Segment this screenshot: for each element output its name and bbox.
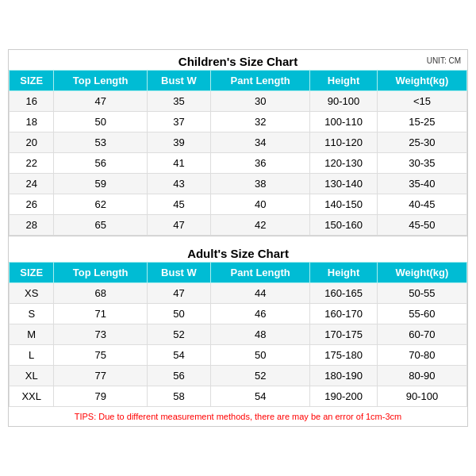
adult-title-text: Adult's Size Chart — [187, 247, 289, 260]
table-cell: XS — [10, 283, 54, 304]
table-cell: 43 — [147, 174, 210, 194]
table-cell: L — [10, 345, 54, 366]
adult-col-top-length: Top Length — [54, 263, 147, 283]
table-cell: 75 — [54, 345, 147, 366]
table-cell: 50 — [54, 112, 147, 132]
table-cell: 56 — [54, 153, 147, 174]
table-row: 24594338130-14035-40 — [10, 174, 467, 194]
table-cell: 160-165 — [310, 283, 378, 304]
table-cell: <15 — [377, 91, 466, 112]
tips-text: TIPS: Due to different measurement metho… — [9, 407, 467, 426]
table-row: 28654742150-16045-50 — [10, 215, 467, 236]
table-cell: 34 — [211, 132, 310, 153]
table-cell: 70-80 — [377, 345, 466, 366]
table-cell: 59 — [54, 174, 147, 194]
table-cell: 15-25 — [377, 112, 466, 132]
table-row: 26624540140-15040-45 — [10, 194, 467, 215]
table-cell: 77 — [54, 366, 147, 386]
table-cell: 52 — [211, 366, 310, 386]
table-cell: 26 — [10, 194, 54, 215]
table-cell: 45 — [147, 194, 210, 215]
adult-col-weight: Weight(kg) — [377, 263, 466, 283]
table-cell: 65 — [54, 215, 147, 236]
table-cell: 18 — [10, 112, 54, 132]
table-cell: 25-30 — [377, 132, 466, 153]
table-cell: 190-200 — [310, 386, 378, 407]
table-row: 20533934110-12025-30 — [10, 132, 467, 153]
table-cell: 160-170 — [310, 304, 378, 324]
table-cell: 110-120 — [310, 132, 378, 153]
table-cell: 38 — [211, 174, 310, 194]
table-cell: S — [10, 304, 54, 324]
table-cell: 180-190 — [310, 366, 378, 386]
table-cell: 50-55 — [377, 283, 466, 304]
table-row: S715046160-17055-60 — [10, 304, 467, 324]
table-cell: 48 — [211, 324, 310, 345]
children-col-pant-length: Pant Length — [211, 71, 310, 91]
section-divider — [9, 236, 467, 242]
children-header-row: SIZE Top Length Bust W Pant Length Heigh… — [10, 71, 467, 91]
table-cell: 175-180 — [310, 345, 378, 366]
table-cell: 37 — [147, 112, 210, 132]
table-cell: M — [10, 324, 54, 345]
adult-col-pant-length: Pant Length — [211, 263, 310, 283]
table-cell: 35-40 — [377, 174, 466, 194]
table-cell: 90-100 — [310, 91, 378, 112]
table-cell: 56 — [147, 366, 210, 386]
children-title-text: Children's Size Chart — [178, 55, 298, 68]
table-cell: 79 — [54, 386, 147, 407]
table-row: L755450175-18070-80 — [10, 345, 467, 366]
table-cell: 120-130 — [310, 153, 378, 174]
table-cell: 100-110 — [310, 112, 378, 132]
table-cell: 47 — [54, 91, 147, 112]
table-cell: 39 — [147, 132, 210, 153]
table-row: XXL795854190-20090-100 — [10, 386, 467, 407]
children-section-title: Children's Size Chart UNIT: CM — [9, 50, 467, 70]
table-cell: 80-90 — [377, 366, 466, 386]
adult-header-row: SIZE Top Length Bust W Pant Length Heigh… — [10, 263, 467, 283]
table-cell: 50 — [211, 345, 310, 366]
table-cell: 45-50 — [377, 215, 466, 236]
table-row: 18503732100-11015-25 — [10, 112, 467, 132]
children-col-size: SIZE — [10, 71, 54, 91]
table-cell: 130-140 — [310, 174, 378, 194]
table-cell: 47 — [147, 283, 210, 304]
adult-col-size: SIZE — [10, 263, 54, 283]
table-cell: 20 — [10, 132, 54, 153]
adult-section-title: Adult's Size Chart — [9, 242, 467, 262]
table-cell: 50 — [147, 304, 210, 324]
table-cell: 58 — [147, 386, 210, 407]
table-cell: 40-45 — [377, 194, 466, 215]
table-cell: 71 — [54, 304, 147, 324]
table-cell: 90-100 — [377, 386, 466, 407]
table-cell: 32 — [211, 112, 310, 132]
table-cell: 170-175 — [310, 324, 378, 345]
adult-size-table: SIZE Top Length Bust W Pant Length Heigh… — [9, 262, 467, 407]
table-row: 22564136120-13030-35 — [10, 153, 467, 174]
table-cell: 35 — [147, 91, 210, 112]
table-cell: 73 — [54, 324, 147, 345]
table-cell: 68 — [54, 283, 147, 304]
adult-col-height: Height — [310, 263, 378, 283]
children-col-top-length: Top Length — [54, 71, 147, 91]
table-cell: XXL — [10, 386, 54, 407]
table-cell: 140-150 — [310, 194, 378, 215]
table-row: XS684744160-16550-55 — [10, 283, 467, 304]
table-cell: 41 — [147, 153, 210, 174]
table-cell: 46 — [211, 304, 310, 324]
children-col-bust-w: Bust W — [147, 71, 210, 91]
table-cell: 22 — [10, 153, 54, 174]
size-chart-container: Children's Size Chart UNIT: CM SIZE Top … — [8, 49, 468, 427]
table-row: 1647353090-100<15 — [10, 91, 467, 112]
table-cell: 24 — [10, 174, 54, 194]
table-cell: 30-35 — [377, 153, 466, 174]
table-cell: 52 — [147, 324, 210, 345]
table-cell: 55-60 — [377, 304, 466, 324]
table-cell: 54 — [147, 345, 210, 366]
table-cell: 54 — [211, 386, 310, 407]
table-cell: 16 — [10, 91, 54, 112]
table-cell: 40 — [211, 194, 310, 215]
children-col-height: Height — [310, 71, 378, 91]
table-cell: 36 — [211, 153, 310, 174]
unit-label: UNIT: CM — [427, 56, 461, 65]
